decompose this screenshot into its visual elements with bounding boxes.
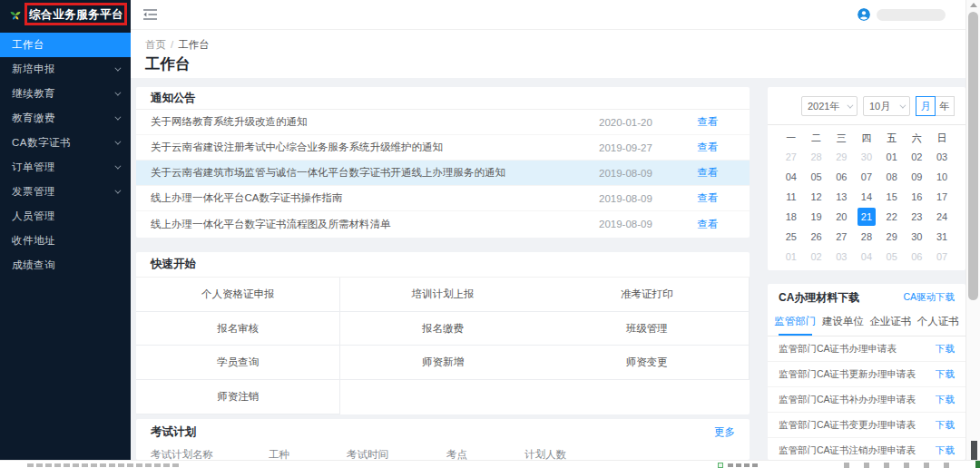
quick-start-item[interactable]: 个人资格证申报 bbox=[136, 278, 340, 312]
ca-tab[interactable]: 监管部门 bbox=[771, 311, 819, 336]
quick-start-item[interactable] bbox=[340, 380, 544, 414]
notices-card: 通知公告 关于网络教育系统升级改造的通知 2020-01-20 查看 关于云南省… bbox=[136, 87, 750, 238]
ca-download-link[interactable]: 下载 bbox=[936, 368, 955, 381]
calendar-day[interactable]: 24 bbox=[929, 207, 955, 227]
ca-tab[interactable]: 建设单位 bbox=[819, 311, 867, 336]
sidebar-item[interactable]: CA数字证书 bbox=[0, 131, 131, 155]
calendar-day[interactable]: 06 bbox=[905, 247, 930, 267]
calendar-day[interactable]: 22 bbox=[879, 207, 905, 227]
calendar-day[interactable]: 11 bbox=[779, 187, 804, 207]
notice-view-link[interactable]: 查看 bbox=[681, 141, 735, 154]
notice-title[interactable]: 关于云南省建筑市场监管与诚信一体化平台数字证书开通线上办理服务的通知 bbox=[151, 166, 599, 180]
quick-start-item[interactable]: 师资注销 bbox=[136, 380, 340, 414]
quick-start-item[interactable]: 学员查询 bbox=[136, 346, 340, 380]
calendar-day[interactable]: 27 bbox=[828, 227, 854, 247]
calendar-day[interactable]: 02 bbox=[804, 247, 829, 267]
calendar-day[interactable]: 21 bbox=[854, 207, 879, 227]
calendar-mode-year-button[interactable]: 年 bbox=[935, 96, 955, 116]
sidebar-item[interactable]: 成绩查询 bbox=[0, 253, 131, 278]
calendar-day[interactable]: 23 bbox=[905, 207, 930, 227]
notice-view-link[interactable]: 查看 bbox=[681, 218, 735, 231]
calendar-day[interactable]: 25 bbox=[779, 227, 804, 247]
calendar-day[interactable]: 31 bbox=[929, 227, 955, 247]
quick-start-item[interactable]: 准考证打印 bbox=[545, 278, 750, 312]
sidebar-collapse-button[interactable] bbox=[143, 9, 157, 20]
calendar-day[interactable]: 08 bbox=[879, 167, 905, 187]
topbar bbox=[131, 0, 965, 30]
quick-start-item[interactable]: 师资变更 bbox=[545, 346, 750, 380]
calendar-day[interactable]: 29 bbox=[828, 147, 854, 167]
calendar-day[interactable]: 29 bbox=[879, 227, 905, 247]
ca-download-link[interactable]: 下载 bbox=[936, 419, 955, 432]
calendar-day[interactable]: 15 bbox=[879, 187, 905, 207]
calendar-day[interactable]: 03 bbox=[929, 147, 955, 167]
calendar-day[interactable]: 18 bbox=[779, 207, 804, 227]
sidebar-item[interactable]: 教育缴费 bbox=[0, 106, 131, 131]
quick-start-item[interactable]: 班级管理 bbox=[545, 312, 750, 346]
scrollbar-thumb[interactable] bbox=[968, 12, 978, 300]
sidebar-item[interactable]: 发票管理 bbox=[0, 180, 131, 204]
calendar-day[interactable]: 20 bbox=[828, 207, 854, 227]
calendar-year-select[interactable]: 2021年 bbox=[801, 96, 858, 116]
notice-view-link[interactable]: 查看 bbox=[681, 115, 735, 129]
sidebar-item[interactable]: 工作台 bbox=[0, 33, 131, 57]
ca-download-link[interactable]: 下载 bbox=[936, 394, 955, 406]
exam-plan-more-link[interactable]: 更多 bbox=[714, 425, 735, 439]
calendar-day[interactable]: 26 bbox=[804, 227, 829, 247]
calendar-day[interactable]: 03 bbox=[828, 247, 854, 267]
calendar-day[interactable]: 30 bbox=[905, 227, 930, 247]
ca-tab[interactable]: 企业证书 bbox=[867, 311, 915, 336]
quick-start-item[interactable]: 培训计划上报 bbox=[340, 278, 544, 312]
notice-title[interactable]: 关于云南省建设注册考试中心综合业务服务系统升级维护的通知 bbox=[151, 141, 599, 154]
scrollbar-up-arrow-icon[interactable] bbox=[970, 3, 977, 7]
calendar-day[interactable]: 07 bbox=[929, 247, 955, 267]
weekday-label: 三 bbox=[828, 129, 854, 147]
ca-driver-download-link[interactable]: CA驱动下载 bbox=[903, 291, 955, 304]
notice-view-link[interactable]: 查看 bbox=[681, 166, 735, 180]
breadcrumb-home[interactable]: 首页 bbox=[145, 39, 166, 50]
calendar-day[interactable]: 12 bbox=[804, 187, 829, 207]
calendar-day[interactable]: 04 bbox=[854, 247, 879, 267]
calendar-day[interactable]: 01 bbox=[879, 147, 905, 167]
calendar-day[interactable]: 07 bbox=[854, 167, 879, 187]
calendar-day[interactable]: 05 bbox=[879, 247, 905, 267]
sidebar-item[interactable]: 收件地址 bbox=[0, 229, 131, 253]
calendar-day[interactable]: 14 bbox=[854, 187, 879, 207]
sidebar-item[interactable]: 继续教育 bbox=[0, 82, 131, 106]
ca-download-link[interactable]: 下载 bbox=[936, 444, 955, 457]
ca-download-link[interactable]: 下载 bbox=[936, 343, 955, 356]
calendar-day[interactable]: 27 bbox=[779, 147, 804, 167]
calendar-mode-month-button[interactable]: 月 bbox=[916, 96, 936, 116]
quick-start-item[interactable]: 报名审核 bbox=[136, 312, 340, 346]
calendar-day[interactable]: 28 bbox=[854, 227, 879, 247]
calendar-day[interactable]: 19 bbox=[804, 207, 829, 227]
calendar-day[interactable]: 01 bbox=[779, 247, 804, 267]
calendar-day[interactable]: 05 bbox=[804, 167, 829, 187]
user-avatar[interactable] bbox=[858, 8, 870, 21]
calendar-day[interactable]: 10 bbox=[929, 167, 955, 187]
calendar-day[interactable]: 30 bbox=[854, 147, 879, 167]
sidebar-item[interactable]: 人员管理 bbox=[0, 204, 131, 229]
quick-start-item[interactable]: 师资新增 bbox=[340, 346, 544, 380]
calendar-day[interactable]: 17 bbox=[929, 187, 955, 207]
notice-title[interactable]: 关于网络教育系统升级改造的通知 bbox=[151, 115, 599, 129]
ca-tab[interactable]: 个人证书 bbox=[915, 311, 963, 336]
notice-title[interactable]: 线上办理一体化平台数字证书流程图及所需材料清单 bbox=[151, 218, 599, 231]
calendar-day[interactable]: 02 bbox=[905, 147, 930, 167]
notice-view-link[interactable]: 查看 bbox=[681, 191, 735, 205]
vertical-scrollbar[interactable] bbox=[965, 0, 980, 460]
calendar-day[interactable]: 16 bbox=[905, 187, 930, 207]
quick-start-item[interactable] bbox=[545, 380, 750, 414]
calendar-day[interactable]: 09 bbox=[905, 167, 930, 187]
calendar-day[interactable]: 28 bbox=[804, 147, 829, 167]
calendar-month-select[interactable]: 10月 bbox=[863, 96, 910, 116]
quick-start-item[interactable]: 报名缴费 bbox=[340, 312, 544, 346]
calendar-day[interactable]: 06 bbox=[828, 167, 854, 187]
sidebar-item[interactable]: 新培申报 bbox=[0, 57, 131, 82]
redacted-username[interactable] bbox=[877, 9, 946, 21]
calendar-day[interactable]: 13 bbox=[828, 187, 854, 207]
notice-title[interactable]: 线上办理一体化平台CA数字证书操作指南 bbox=[151, 191, 599, 205]
scrollbar-outer-thumb[interactable] bbox=[971, 441, 977, 461]
sidebar-item[interactable]: 订单管理 bbox=[0, 155, 131, 180]
calendar-day[interactable]: 04 bbox=[779, 167, 804, 187]
